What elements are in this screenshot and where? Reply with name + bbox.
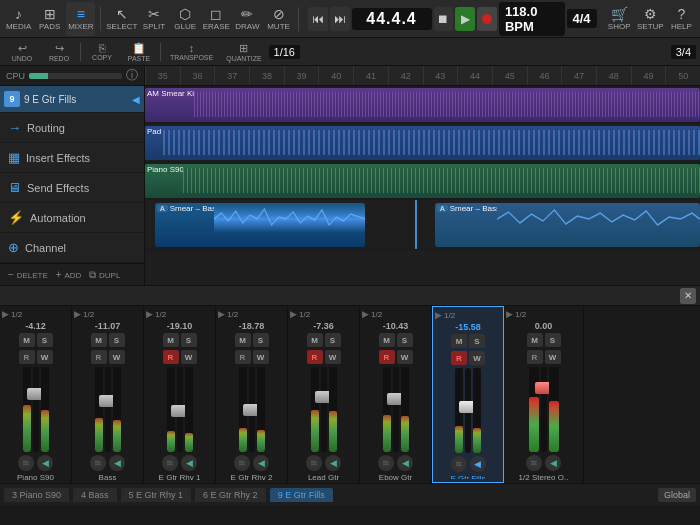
- ch-5-eq-icon[interactable]: ≋: [162, 455, 178, 471]
- ch-out-mute[interactable]: M: [527, 333, 543, 347]
- global-btn[interactable]: Global: [658, 488, 696, 502]
- ch-5-write[interactable]: W: [181, 350, 197, 364]
- ch-8-write[interactable]: W: [397, 350, 413, 364]
- ch-5-solo[interactable]: S: [181, 333, 197, 347]
- undo-btn[interactable]: ↩ UNDO: [4, 40, 40, 64]
- track-lane-4[interactable]: ASmear – Bass Gtr ASmear – Bass Gtr: [145, 200, 700, 250]
- ch-7-eq-icon[interactable]: ≋: [306, 455, 322, 471]
- duplicate-btn[interactable]: ⧉ DUPL: [89, 269, 120, 281]
- channel-3[interactable]: ▶ 1/2 -4.12 M S R W: [0, 306, 72, 483]
- channel-5[interactable]: ▶ 1/2 -19.10 M S R W: [144, 306, 216, 483]
- ch-6-write[interactable]: W: [253, 350, 269, 364]
- footer-tab-5[interactable]: 5 E Gtr Rhy 1: [121, 488, 192, 502]
- ch-6-eq-icon[interactable]: ≋: [234, 455, 250, 471]
- channel-8[interactable]: ▶ 1/2 -10.43 M S R W: [360, 306, 432, 483]
- clip-drums[interactable]: AM Smear Kit: [145, 88, 700, 122]
- copy-btn[interactable]: ⎘ COPY: [84, 40, 120, 63]
- transpose-btn[interactable]: ↕ TRANSPOSE: [164, 40, 219, 63]
- ch-7-write[interactable]: W: [325, 350, 341, 364]
- select-btn[interactable]: ↖ SELECT: [106, 2, 137, 36]
- ch-9-speaker-icon[interactable]: ◀: [470, 456, 486, 472]
- play-btn[interactable]: ▶: [455, 7, 475, 31]
- ch-6-speaker-icon[interactable]: ◀: [253, 455, 269, 471]
- selected-track-item[interactable]: 9 9 E Gtr Fills ◀: [0, 86, 144, 113]
- record-btn[interactable]: [477, 7, 497, 31]
- ch-3-solo[interactable]: S: [37, 333, 53, 347]
- ch-out-solo[interactable]: S: [545, 333, 561, 347]
- pads-btn[interactable]: ⊞ PADS: [35, 2, 64, 36]
- ch-out-write[interactable]: W: [545, 350, 561, 364]
- clip-pad[interactable]: Pad: [145, 126, 700, 160]
- track-lane-3[interactable]: Piano S90: [145, 162, 700, 200]
- shop-btn[interactable]: 🛒 SHOP: [605, 2, 634, 36]
- ch-9-solo[interactable]: S: [469, 334, 485, 348]
- fast-forward-btn[interactable]: ⏭: [330, 7, 350, 31]
- channel-menu-item[interactable]: ⊕ Channel: [0, 233, 144, 263]
- channel-stereo-out[interactable]: ▶ 1/2 0.00 M S R W: [504, 306, 584, 483]
- ch-3-record[interactable]: R: [19, 350, 35, 364]
- ch-7-speaker-icon[interactable]: ◀: [325, 455, 341, 471]
- mixer-btn[interactable]: ≡ MIXER: [66, 2, 95, 36]
- ch-4-mute[interactable]: M: [91, 333, 107, 347]
- footer-tab-3[interactable]: 3 Piano S90: [4, 488, 69, 502]
- mixer-close-btn[interactable]: ✕: [680, 288, 696, 304]
- ch-9-record[interactable]: R: [451, 351, 467, 365]
- channel-4[interactable]: ▶ 1/2 -11.07 M S R W: [72, 306, 144, 483]
- ch-7-mute[interactable]: M: [307, 333, 323, 347]
- split-btn[interactable]: ✂ SPLIT: [139, 2, 168, 36]
- stop-btn[interactable]: ⏹: [434, 7, 454, 31]
- ch-out-speaker-icon[interactable]: ◀: [545, 455, 561, 471]
- add-btn[interactable]: + ADD: [56, 269, 82, 280]
- ch-6-solo[interactable]: S: [253, 333, 269, 347]
- time-sig-display[interactable]: 4/4: [567, 9, 597, 28]
- help-btn[interactable]: ? HELP: [667, 2, 696, 36]
- footer-tab-6[interactable]: 6 E Gtr Rhy 2: [195, 488, 266, 502]
- routing-menu-item[interactable]: → Routing: [0, 113, 144, 143]
- ch-8-eq-icon[interactable]: ≋: [378, 455, 394, 471]
- send-effects-menu-item[interactable]: 🖥 Send Effects: [0, 173, 144, 203]
- bpm-display[interactable]: 118.0 BPM: [499, 2, 565, 36]
- cpu-icon[interactable]: ⓘ: [126, 67, 138, 84]
- ch-out-record[interactable]: R: [527, 350, 543, 364]
- ch-9-eq-icon[interactable]: ≋: [451, 456, 467, 472]
- ch-3-speaker-icon[interactable]: ◀: [37, 455, 53, 471]
- ch-4-speaker-icon[interactable]: ◀: [109, 455, 125, 471]
- ch-5-record[interactable]: R: [163, 350, 179, 364]
- automation-menu-item[interactable]: ⚡ Automation: [0, 203, 144, 233]
- ch-8-solo[interactable]: S: [397, 333, 413, 347]
- ch-6-record[interactable]: R: [235, 350, 251, 364]
- ch-7-record[interactable]: R: [307, 350, 323, 364]
- clip-piano[interactable]: Piano S90: [145, 164, 700, 198]
- quantize-value[interactable]: 1/16: [269, 45, 300, 59]
- channel-9[interactable]: ▶ 1/2 -15.58 M S R W: [432, 306, 504, 483]
- mute-btn[interactable]: ⊘ MUTE: [264, 2, 293, 36]
- footer-tab-4[interactable]: 4 Bass: [73, 488, 117, 502]
- ch-7-solo[interactable]: S: [325, 333, 341, 347]
- ch-9-write[interactable]: W: [469, 351, 485, 365]
- ch-4-solo[interactable]: S: [109, 333, 125, 347]
- ch-9-mute[interactable]: M: [451, 334, 467, 348]
- ch-5-speaker-icon[interactable]: ◀: [181, 455, 197, 471]
- ch-3-write[interactable]: W: [37, 350, 53, 364]
- ch-5-mute[interactable]: M: [163, 333, 179, 347]
- snap-value[interactable]: 3/4: [671, 45, 696, 59]
- ch-out-eq-icon[interactable]: ≋: [526, 455, 542, 471]
- ch-3-eq-icon[interactable]: ≋: [18, 455, 34, 471]
- paste-btn[interactable]: 📋 PASTE: [121, 40, 157, 64]
- track-lane-2[interactable]: Pad: [145, 124, 700, 162]
- ch-6-mute[interactable]: M: [235, 333, 251, 347]
- draw-btn[interactable]: ✏ DRAW: [233, 2, 262, 36]
- ch-8-mute[interactable]: M: [379, 333, 395, 347]
- setup-btn[interactable]: ⚙ SETUP: [636, 2, 665, 36]
- ch-4-write[interactable]: W: [109, 350, 125, 364]
- delete-btn[interactable]: − DELETE: [8, 269, 48, 280]
- clip-bass-1[interactable]: ASmear – Bass Gtr: [155, 203, 365, 247]
- ch-4-eq-icon[interactable]: ≋: [90, 455, 106, 471]
- track-lane-1[interactable]: AM Smear Kit: [145, 86, 700, 124]
- media-btn[interactable]: ♪ MEDIA: [4, 2, 33, 36]
- channel-7[interactable]: ▶ 1/2 -7.36 M S R W: [288, 306, 360, 483]
- ch-4-record[interactable]: R: [91, 350, 107, 364]
- erase-btn[interactable]: ◻ ERASE: [202, 2, 231, 36]
- ch-8-speaker-icon[interactable]: ◀: [397, 455, 413, 471]
- quantize-btn[interactable]: ⊞ QUANTIZE: [220, 40, 267, 64]
